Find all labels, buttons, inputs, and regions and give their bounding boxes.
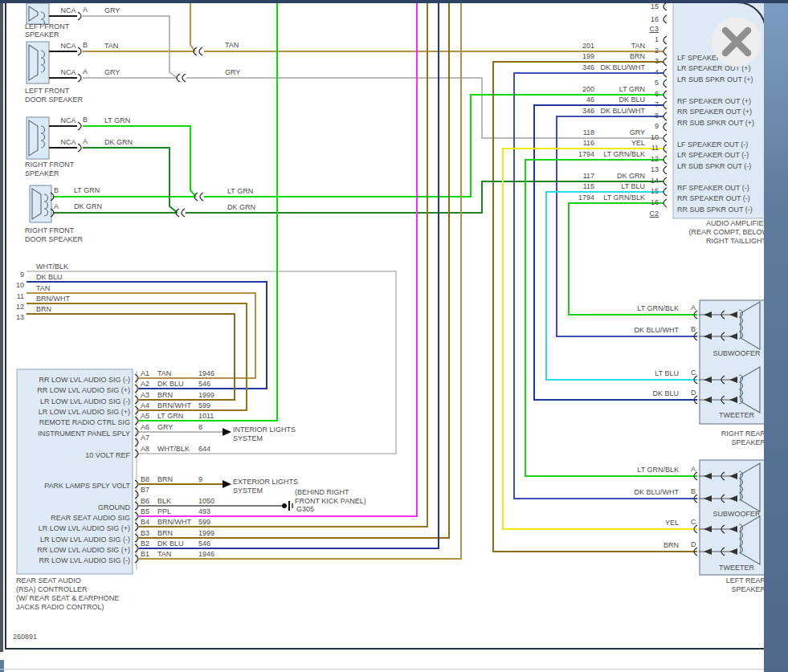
wiring-diagram-page: 260891 1201TAN2LF SPEAKER OUT (+)199BRN3… xyxy=(0,0,788,672)
close-icon xyxy=(712,17,761,67)
wiring-diagram-canvas xyxy=(0,0,788,672)
close-button[interactable] xyxy=(712,17,761,67)
